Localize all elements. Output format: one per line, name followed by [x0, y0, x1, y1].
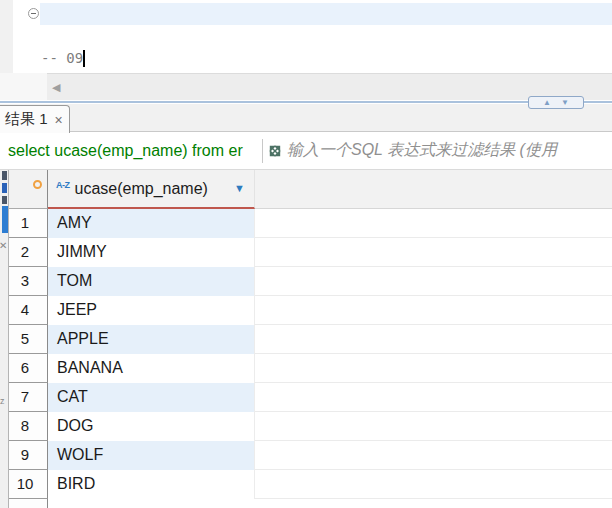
row-filler [255, 383, 612, 412]
table-row[interactable]: 2JIMMY [9, 238, 612, 267]
row-number[interactable]: 2 [9, 238, 48, 267]
grid-header-row: A-Z ucase(emp_name) ▼ [9, 170, 612, 209]
toolbar-icon-fragment [2, 171, 7, 180]
row-number[interactable]: 6 [9, 354, 48, 383]
toolbar-icon-fragment [2, 196, 7, 204]
row-number[interactable]: 5 [9, 325, 48, 354]
cell-value[interactable]: JEEP [48, 296, 255, 325]
editor-hscrollbar-row: ◀ [0, 73, 612, 100]
cell-value[interactable]: WOLF [48, 441, 255, 470]
string-type-icon: A-Z [56, 180, 70, 190]
row-number[interactable]: 8 [9, 412, 48, 441]
grid-header-filler [255, 170, 612, 209]
expand-panel-icon[interactable] [267, 143, 283, 159]
filter-separator [262, 139, 263, 163]
toolbar-icon-fragment: ✕ [0, 240, 7, 251]
toolbar-icon-fragment [2, 183, 7, 193]
tab-label: 结果 1 [5, 110, 48, 129]
grid-corner-cell[interactable] [9, 170, 48, 209]
toolbar-icon-fragment: z [0, 396, 5, 406]
splitter-down-icon[interactable]: ▼ [561, 99, 569, 107]
sql-comment: -- 09 [41, 47, 83, 69]
results-left-toolbar: ✕ z [0, 170, 9, 508]
results-filter-bar: select ucase(emp_name) from er 输入一个SQL 表… [0, 132, 612, 170]
row-filler [255, 354, 612, 383]
sql-ide-window: -- 09 select ucase(emp_name) from employ… [0, 0, 612, 508]
table-row[interactable]: 9WOLF [9, 441, 612, 470]
row-number[interactable]: 10 [9, 470, 48, 499]
column-menu-icon[interactable]: ▼ [234, 183, 245, 194]
grid-bottom-filler [9, 499, 612, 508]
sql-editor[interactable]: -- 09 select ucase(emp_name) from employ… [0, 0, 612, 73]
executed-query-text[interactable]: select ucase(emp_name) from er [8, 142, 262, 160]
splitter-collapse-control[interactable]: ▲ ▼ [528, 96, 584, 109]
table-row[interactable]: 4JEEP [9, 296, 612, 325]
row-filler [255, 470, 612, 499]
results-tabbar: 结果 1 × [0, 104, 612, 132]
row-filler [255, 412, 612, 441]
hscrollbar-track[interactable]: ◀ [47, 73, 612, 100]
editor-line-1: -- 09 [41, 47, 345, 69]
row-number[interactable]: 7 [9, 383, 48, 412]
grid-rows: 1AMY2JIMMY3TOM4JEEP5APPLE6BANANA7CAT8DOG… [9, 209, 612, 499]
toolbar-icon-fragment [2, 206, 8, 233]
editor-annotation-ruler [0, 0, 13, 73]
cell-value[interactable]: BANANA [48, 354, 255, 383]
table-row[interactable]: 8DOG [9, 412, 612, 441]
row-filler [255, 296, 612, 325]
column-header-ucase-emp-name[interactable]: A-Z ucase(emp_name) ▼ [48, 170, 255, 209]
key-ring-icon [33, 180, 42, 189]
text-cursor [83, 50, 85, 67]
tab-close-icon[interactable]: × [55, 113, 63, 127]
row-filler [255, 238, 612, 267]
cell-value[interactable]: TOM [48, 267, 255, 296]
cell-value[interactable]: CAT [48, 383, 255, 412]
cell-value[interactable]: AMY [48, 209, 255, 238]
row-number[interactable]: 4 [9, 296, 48, 325]
cell-value[interactable]: BIRD [48, 470, 255, 499]
cell-value[interactable]: APPLE [48, 325, 255, 354]
row-filler [255, 267, 612, 296]
filter-input[interactable]: 输入一个SQL 表达式来过滤结果 (使用 [287, 140, 612, 161]
row-filler [255, 209, 612, 238]
row-number[interactable]: 1 [9, 209, 48, 238]
table-row[interactable]: 6BANANA [9, 354, 612, 383]
scroll-left-icon[interactable]: ◀ [52, 82, 60, 93]
splitter-up-icon[interactable]: ▲ [543, 99, 551, 107]
row-filler [255, 325, 612, 354]
table-row[interactable]: 3TOM [9, 267, 612, 296]
cell-value[interactable]: DOG [48, 412, 255, 441]
table-row[interactable]: 5APPLE [9, 325, 612, 354]
table-row[interactable]: 10BIRD [9, 470, 612, 499]
cell-value[interactable]: JIMMY [48, 238, 255, 267]
row-filler [255, 441, 612, 470]
table-row[interactable]: 7CAT [9, 383, 612, 412]
row-filler [48, 499, 612, 508]
results-grid: ✕ z A-Z ucase(emp_name) ▼ 1AMY2JIMMY3TOM… [0, 170, 612, 508]
row-number[interactable]: 3 [9, 267, 48, 296]
row-number[interactable]: 9 [9, 441, 48, 470]
tab-results-1[interactable]: 结果 1 × [0, 105, 70, 133]
row-number-filler [9, 499, 48, 508]
column-title: ucase(emp_name) [75, 180, 208, 198]
table-row[interactable]: 1AMY [9, 209, 612, 238]
fold-collapse-icon[interactable] [28, 8, 39, 19]
